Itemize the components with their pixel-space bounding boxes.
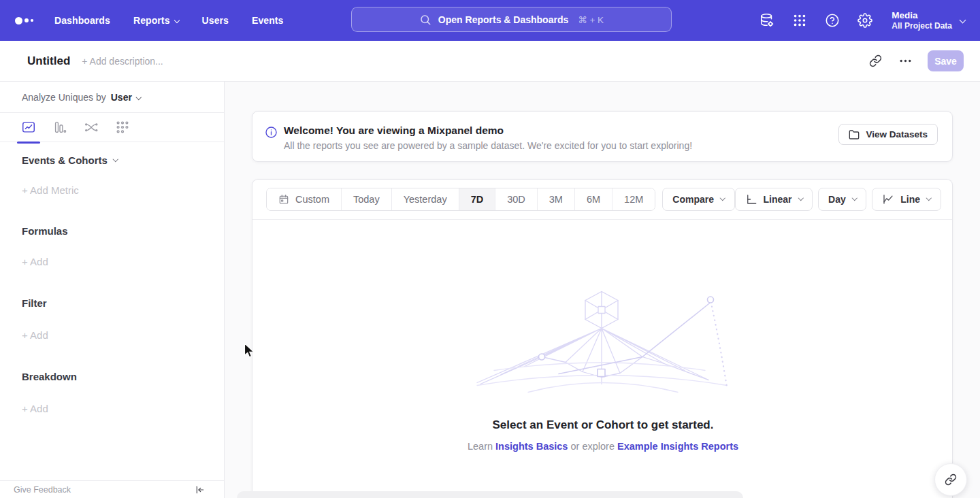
- project-name: Media: [892, 10, 952, 21]
- flows-icon: [84, 120, 99, 135]
- folder-icon: [849, 129, 860, 140]
- chevron-down-icon: [798, 195, 803, 201]
- chevron-down-icon: [113, 156, 118, 162]
- compare-button[interactable]: Compare: [662, 188, 734, 211]
- empty-state-title: Select an Event or Cohort to get started…: [252, 418, 953, 432]
- report-header: Untitled + Add description... Save: [0, 41, 980, 82]
- tab-bar-chart[interactable]: [49, 116, 71, 138]
- data-management-icon[interactable]: [760, 13, 774, 28]
- nav-users[interactable]: Users: [202, 15, 229, 26]
- scatter-icon: [115, 120, 130, 135]
- add-breakdown-button[interactable]: + Add: [22, 403, 202, 414]
- help-icon[interactable]: [825, 13, 840, 28]
- line-chart-icon: [21, 120, 36, 135]
- filter-section: Filter: [22, 297, 202, 309]
- chevron-down-icon: [136, 95, 142, 100]
- chart-type-selector[interactable]: Line: [872, 188, 941, 211]
- date-range-3m[interactable]: 3M: [537, 188, 574, 210]
- nav-reports[interactable]: Reports: [133, 15, 179, 26]
- insights-report-card: Custom TodayYesterday7D30D3M6M12M Compar…: [252, 179, 953, 498]
- tab-scatter[interactable]: [112, 116, 133, 138]
- search-icon: [419, 14, 431, 26]
- add-filter-button[interactable]: + Add: [22, 329, 202, 341]
- collapse-sidebar-icon[interactable]: [195, 484, 206, 495]
- report-description-placeholder[interactable]: + Add description...: [82, 56, 163, 67]
- banner-title: Welcome! You are viewing a Mixpanel demo: [284, 124, 504, 137]
- search-placeholder: Open Reports & Dashboards: [438, 14, 568, 25]
- middle-text: or explore: [570, 441, 614, 452]
- events-cohorts-section[interactable]: Events & Cohorts: [22, 154, 202, 166]
- bar-chart-icon: [52, 120, 67, 135]
- next-card-peek: [237, 491, 743, 498]
- give-feedback-link[interactable]: Give Feedback: [14, 485, 71, 495]
- date-range-custom[interactable]: Custom: [267, 188, 341, 210]
- date-range-30d[interactable]: 30D: [495, 188, 537, 210]
- interval-selector[interactable]: Day: [818, 188, 866, 211]
- welcome-banner: Welcome! You are viewing a Mixpanel demo…: [252, 111, 953, 162]
- nav-events[interactable]: Events: [252, 15, 284, 26]
- insights-basics-link[interactable]: Insights Basics: [495, 441, 568, 452]
- chevron-down-icon: [926, 195, 932, 201]
- chevron-down-icon: [174, 18, 179, 23]
- tab-line-chart[interactable]: [18, 116, 39, 138]
- formulas-section: Formulas: [22, 225, 202, 237]
- view-datasets-button[interactable]: View Datasets: [838, 124, 938, 145]
- visualization-tabs: [0, 113, 224, 142]
- example-reports-link[interactable]: Example Insights Reports: [617, 441, 738, 452]
- link-icon: [945, 474, 957, 486]
- banner-subtitle: All the reports you see are powered by a…: [284, 140, 692, 151]
- global-search[interactable]: Open Reports & Dashboards ⌘ + K: [351, 7, 672, 32]
- analyze-by-dropdown[interactable]: User: [111, 92, 141, 103]
- chevron-down-icon: [720, 195, 725, 201]
- date-range-group: Custom TodayYesterday7D30D3M6M12M: [266, 188, 655, 211]
- date-range-7d[interactable]: 7D: [459, 188, 495, 210]
- mixpanel-logo[interactable]: [15, 17, 44, 24]
- line-chart-icon: [882, 193, 894, 205]
- date-range-today[interactable]: Today: [341, 188, 391, 210]
- add-metric-button[interactable]: + Add Metric: [22, 184, 202, 196]
- save-button[interactable]: Save: [928, 50, 964, 71]
- top-navbar: Dashboards Reports Users Events Open Rep…: [0, 0, 980, 41]
- empty-state: Select an Event or Cohort to get started…: [252, 220, 953, 452]
- info-icon: [265, 126, 278, 139]
- add-formula-button[interactable]: + Add: [22, 256, 202, 267]
- learn-prefix: Learn: [468, 441, 493, 452]
- primary-nav: Dashboards Reports Users Events: [54, 15, 283, 26]
- tab-flows[interactable]: [80, 116, 102, 138]
- project-data-scope: All Project Data: [892, 21, 952, 31]
- query-builder-sidebar: Analyze Uniques by User Events & Cohorts…: [0, 82, 225, 498]
- chevron-down-icon: [960, 16, 966, 23]
- date-range-12m[interactable]: 12M: [612, 188, 655, 210]
- calendar-icon: [278, 194, 289, 205]
- breakdown-section: Breakdown: [22, 371, 202, 382]
- chart-toolbar: Custom TodayYesterday7D30D3M6M12M Compar…: [252, 180, 952, 220]
- search-shortcut: ⌘ + K: [578, 14, 604, 25]
- copy-link-icon[interactable]: [868, 54, 883, 69]
- scale-selector[interactable]: Linear: [735, 188, 813, 211]
- more-options-icon[interactable]: [898, 54, 913, 69]
- empty-state-illustration: [474, 288, 732, 394]
- empty-state-links: Learn Insights Basics or explore Example…: [252, 441, 953, 452]
- date-range-6m[interactable]: 6M: [574, 188, 612, 210]
- nav-dashboards[interactable]: Dashboards: [54, 15, 110, 26]
- share-link-fab[interactable]: [934, 463, 967, 496]
- report-title[interactable]: Untitled: [27, 54, 70, 68]
- date-range-yesterday[interactable]: Yesterday: [391, 188, 459, 210]
- chevron-down-icon: [852, 195, 858, 201]
- project-switcher[interactable]: Media All Project Data: [892, 10, 965, 31]
- apps-grid-icon[interactable]: [792, 13, 807, 28]
- main-content: Welcome! You are viewing a Mixpanel demo…: [225, 82, 980, 498]
- settings-icon[interactable]: [858, 13, 872, 28]
- analyze-uniques-label: Analyze Uniques by: [22, 92, 106, 103]
- linear-axis-icon: [745, 193, 757, 205]
